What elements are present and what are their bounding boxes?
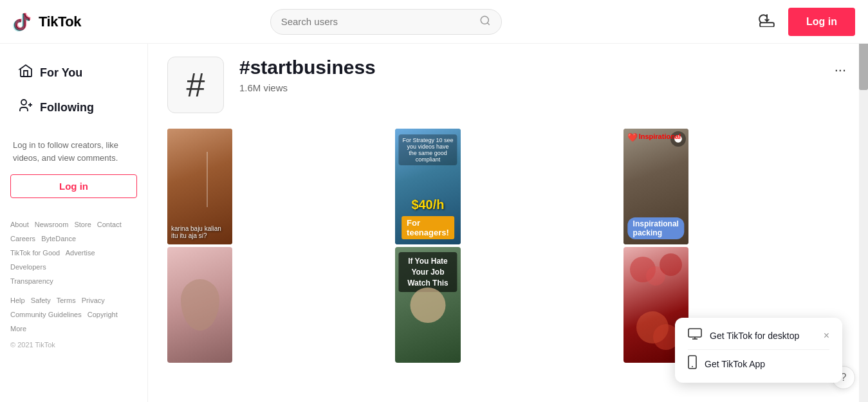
hashtag-more-button[interactable]: ··· [832, 59, 849, 81]
video-3-label: Inspirational packing [628, 217, 684, 239]
login-button[interactable]: Log in [788, 8, 855, 36]
hashtag-symbol: # [187, 66, 205, 104]
footer-link-safety[interactable]: Safety [31, 297, 51, 304]
video-thumb-2[interactable]: For Strategy 10 see you videos have the … [395, 129, 460, 244]
desktop-popup-label: Get TikTok for desktop [710, 331, 816, 341]
header: TikTok Log in [0, 0, 868, 44]
hashtag-views: 1.6M views [239, 82, 817, 93]
footer-row-1: About Newsroom Store Contact [10, 217, 137, 232]
hashtag-icon-box: # [167, 57, 224, 113]
svg-point-3 [21, 100, 26, 105]
footer-row-6: Community Guidelines Copyright [10, 307, 137, 322]
sidebar-login-prompt: Log in to follow creators, like videos, … [10, 139, 137, 164]
video-thumb-3[interactable]: ❤️ Inspirational Inspirational packing [623, 129, 688, 244]
home-icon [18, 63, 33, 82]
sidebar-item-for-you[interactable]: For You [10, 57, 137, 89]
footer-link-bytedance[interactable]: ByteDance [41, 235, 76, 242]
hashtag-info: #startbusiness 1.6M views [239, 57, 817, 93]
footer-link-privacy[interactable]: Privacy [82, 297, 105, 304]
desktop-popup: Get TikTok for desktop × Get TikTok App [675, 318, 842, 383]
mobile-icon [688, 355, 697, 372]
footer-copyright: © 2021 TikTok [10, 341, 137, 349]
footer-row-7: More [10, 322, 137, 336]
app-popup-label: Get TikTok App [705, 359, 829, 369]
video-thumb-1[interactable]: karina baju kalian itu itu aja si? [167, 129, 232, 244]
footer-row-5: Help Safety Terms Privacy [10, 293, 137, 307]
svg-line-1 [487, 23, 489, 24]
svg-rect-7 [688, 329, 701, 337]
sidebar-nav: For You Following [10, 57, 137, 123]
footer-link-terms[interactable]: Terms [57, 297, 76, 304]
sidebar-login-button[interactable]: Log in [10, 174, 137, 198]
footer-link-developers[interactable]: Developers [10, 263, 46, 271]
desktop-popup-row-2: Get TikTok App [688, 355, 829, 372]
footer-links: About Newsroom Store Contact Careers Byt… [10, 217, 137, 349]
footer-link-store[interactable]: Store [74, 221, 91, 228]
footer-link-newsroom[interactable]: Newsroom [35, 221, 69, 228]
hashtag-title: #startbusiness [239, 57, 817, 78]
popup-divider [688, 349, 829, 350]
search-input[interactable] [281, 16, 474, 27]
upload-icon[interactable] [759, 13, 775, 31]
search-icon [479, 15, 491, 29]
video-1-text: karina baju kalian itu itu aja si? [171, 225, 228, 239]
video-thumb-5[interactable]: If You Hate Your JobWatch This [395, 247, 460, 363]
search-bar[interactable] [270, 9, 502, 35]
footer-link-copyright[interactable]: Copyright [88, 311, 118, 318]
sidebar-item-following[interactable]: Following [10, 91, 137, 123]
sidebar-label-following: Following [40, 101, 94, 114]
video-2-label: For teenagers! [402, 216, 454, 239]
tiktok-logo-icon [13, 12, 33, 32]
footer-link-contact[interactable]: Contact [97, 221, 122, 228]
footer-row-4: Transparency [10, 274, 137, 288]
footer-link-advertise[interactable]: Advertise [66, 249, 95, 257]
sidebar: For You Following Log in to follow creat… [0, 44, 148, 402]
footer-link-transparency[interactable]: Transparency [10, 277, 53, 285]
desktop-icon [688, 328, 702, 343]
footer-row-2: Careers ByteDance [10, 232, 137, 246]
header-right: Log in [759, 8, 855, 36]
page-scrollbar[interactable] [859, 0, 868, 402]
following-icon [18, 98, 33, 117]
footer-link-about[interactable]: About [10, 221, 29, 228]
sidebar-label-for-you: For You [40, 66, 82, 80]
svg-point-0 [481, 16, 488, 24]
footer-link-community[interactable]: Community Guidelines [10, 311, 82, 318]
hashtag-header: # #startbusiness 1.6M views ··· [167, 57, 849, 113]
footer-link-tiktokforgood[interactable]: TikTok for Good [10, 249, 60, 257]
video-thumb-4[interactable] [167, 247, 232, 363]
footer-link-help[interactable]: Help [10, 297, 25, 304]
popup-close-button[interactable]: × [824, 330, 829, 342]
logo-text: TikTok [39, 14, 81, 30]
svg-rect-2 [760, 23, 774, 27]
footer-link-more[interactable]: More [10, 325, 26, 333]
logo-area: TikTok [13, 12, 142, 32]
footer-link-careers[interactable]: Careers [10, 235, 35, 242]
footer-row-3: TikTok for Good Advertise Developers [10, 246, 137, 274]
desktop-popup-row-1: Get TikTok for desktop × [688, 328, 829, 343]
